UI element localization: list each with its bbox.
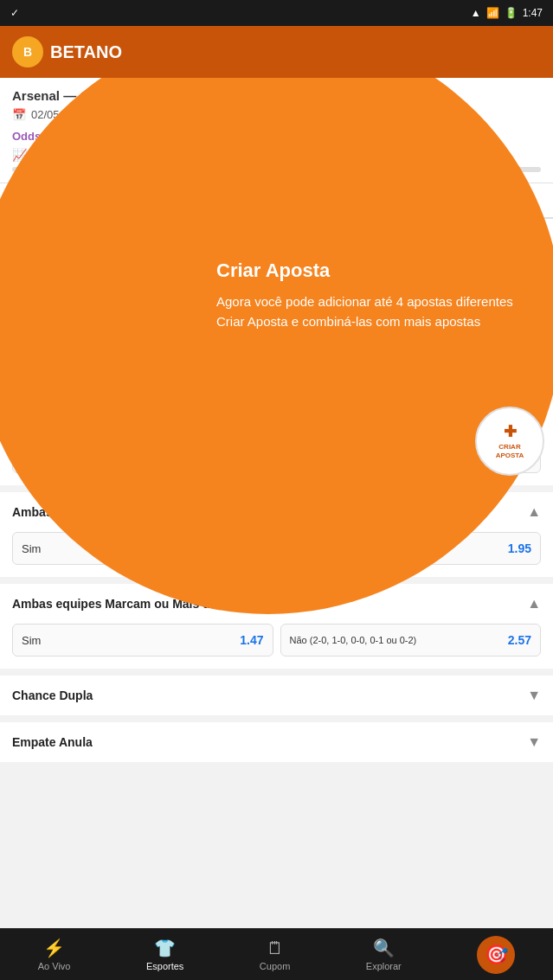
nav-casino[interactable]: 🎯 (477, 936, 515, 974)
section-title-empate-anula: Empate Anula (12, 735, 93, 749)
bet-row-final: 1 1.57 X 4.15 2 5.70 (12, 349, 541, 381)
section-header-resultado-final[interactable]: Resultado Final ▲ (0, 309, 553, 349)
tab-principais[interactable]: Principais (12, 183, 94, 217)
odds-sub: 📈 Total de Gols Mais/Menos, Cartões Acim… (12, 148, 541, 162)
section-resultado-so: Resultado Final SO 1 1.60 X (0, 219, 553, 302)
chevron-up-icon: ▲ (527, 321, 541, 336)
criar-aposta-button[interactable]: ✚ CRIARAPOSTA (475, 407, 544, 476)
insights-icon: 🔄 (110, 193, 124, 206)
match-title: Arsenal — Chelsea (12, 88, 541, 103)
bet-item-so-1[interactable]: 1 1.60 (12, 257, 273, 290)
bet-row-ambas: Sim 1.78 Não 1.95 (12, 532, 541, 565)
criar-aposta-label: CRIARAPOSTA (496, 443, 524, 459)
status-right: ▲ 📶 🔋 1:47 (471, 7, 543, 19)
chevron-down-icon-empate: ▼ (527, 734, 541, 750)
tab-1x2menos[interactable]: 1x2Menos (185, 183, 266, 217)
bet-item-final-2[interactable]: 2 5.70 (370, 349, 541, 381)
bet-item-mais-25[interactable]: Mais de 2.5 1.75 (12, 440, 273, 473)
section-resultado-final: Resultado Final ▲ 1 1.57 X 4.15 2 5.70 (0, 309, 553, 394)
section-title-chance-dupla: Chance Dupla (12, 689, 93, 702)
bet-row-so: 1 1.60 X (12, 257, 541, 290)
check-icon: ✓ (10, 7, 19, 19)
nav-ao-vivo[interactable]: ⚡ Ao Vivo (38, 938, 71, 971)
chevron-up-icon-ambas-mais: ▲ (527, 596, 541, 612)
tab-adicionais[interactable]: Adicionais (322, 183, 402, 217)
section-body-ambas-mais: Sim 1.47 Não (2-0, 1-0, 0-0, 0-1 ou 0-2)… (0, 624, 553, 669)
bet-item-nao-ambas-mais[interactable]: Não (2-0, 1-0, 0-0, 0-1 ou 0-2) 2.57 (280, 624, 542, 657)
section-total-gols: Total de Gols Mais/Menos ▲ Mais de 2.5 1… (0, 400, 553, 485)
section-ambas-mais: Ambas equipes Marcam ou Mais de 2.5 ▲ Si… (0, 584, 553, 669)
nav-esportes[interactable]: 👕 Esportes (146, 938, 183, 971)
section-header-ambas-marcam[interactable]: Ambas equipes Marcam ▲ (0, 492, 553, 532)
ao-vivo-icon: ⚡ (43, 938, 65, 958)
bet-row-ambas-mais: Sim 1.47 Não (2-0, 1-0, 0-0, 0-1 ou 0-2)… (12, 624, 541, 657)
esportes-icon: 👕 (154, 938, 176, 958)
match-date: 📅 02/05/2023 (12, 108, 541, 121)
section-header-empate-anula[interactable]: Empate Anula ▼ (0, 722, 553, 762)
chevron-down-icon-chance: ▼ (527, 688, 541, 703)
page-bottom (0, 769, 553, 829)
section-title-ambas-mais: Ambas equipes Marcam ou Mais de 2.5 (12, 597, 237, 611)
status-left: ✓ (10, 7, 19, 19)
bet-item-sim-ambas[interactable]: Sim 1.78 (12, 532, 273, 565)
section-header-resultado-so[interactable]: Resultado Final SO (0, 219, 553, 257)
bet-item-nao-ambas[interactable]: Não 1.95 (280, 532, 542, 565)
section-body-resultado-final: 1 1.57 X 4.15 2 5.70 (0, 349, 553, 394)
bet-item-so-x[interactable]: X (280, 258, 542, 290)
time-display: 1:47 (523, 7, 543, 19)
section-chance-dupla: Chance Dupla ▼ (0, 676, 553, 715)
nav-explorar[interactable]: 🔍 Explorar (366, 938, 402, 971)
tab-gols[interactable]: Gols (269, 183, 318, 217)
app-header: B BETANO (0, 26, 553, 78)
bet-item-sim-ambas-mais[interactable]: Sim 1.47 (12, 624, 273, 657)
section-header-total-gols[interactable]: Total de Gols Mais/Menos ▲ (0, 400, 553, 440)
nav-cupom[interactable]: 🗒 Cupom (260, 938, 290, 971)
odds-label: Odds Super Turbo (12, 130, 110, 143)
cupom-icon: 🗒 (267, 938, 284, 958)
odds-bar (12, 167, 541, 172)
main-content: Arsenal — Chelsea 📅 02/05/2023 Odds Supe… (0, 78, 553, 829)
section-body-resultado-so: 1 1.60 X (0, 257, 553, 302)
tabs-row: Principais 🔄 Insights 1x2Menos Gols Adic… (0, 183, 553, 219)
bet-item-final-x[interactable]: X 4.15 (190, 349, 362, 381)
section-body-ambas-marcam: Sim 1.78 Não 1.95 (0, 532, 553, 577)
calendar-icon: 📅 (12, 108, 26, 121)
section-empate-anula: Empate Anula ▼ (0, 722, 553, 762)
logo: B BETANO (12, 36, 122, 67)
chevron-up-icon-ambas: ▲ (527, 504, 541, 520)
bottom-nav: ⚡ Ao Vivo 👕 Esportes 🗒 Cupom 🔍 Explorar … (0, 928, 553, 980)
match-card: Arsenal — Chelsea 📅 02/05/2023 Odds Supe… (0, 78, 553, 183)
bet-item-final-1[interactable]: 1 1.57 (12, 349, 183, 381)
section-title-resultado-final: Resultado Final (12, 322, 102, 336)
section-header-ambas-mais[interactable]: Ambas equipes Marcam ou Mais de 2.5 ▲ (0, 584, 553, 624)
section-title-total-gols: Total de Gols Mais/Menos (12, 413, 160, 427)
bet-row-gols: Mais de 2.5 1.75 Menos de 2.5 2.10 (12, 440, 541, 473)
logo-text: BETANO (50, 42, 122, 62)
section-header-chance-dupla[interactable]: Chance Dupla ▼ (0, 676, 553, 715)
section-title-resultado-so: Resultado Final SO (12, 231, 123, 245)
section-body-total-gols: Mais de 2.5 1.75 Menos de 2.5 2.10 (0, 440, 553, 485)
tab-insights[interactable]: 🔄 Insights (98, 183, 182, 217)
betting-sections: Resultado Final SO 1 1.60 X Resultado Fi… (0, 219, 553, 829)
odds-super-turbo: Odds Super Turbo (12, 130, 541, 143)
wifi-icon: ▲ (471, 7, 481, 19)
section-ambas-marcam: Ambas equipes Marcam ▲ Sim 1.78 Não 1.95 (0, 492, 553, 577)
section-title-ambas-marcam: Ambas equipes Marcam (12, 505, 151, 519)
explorar-icon: 🔍 (373, 938, 395, 958)
casino-icon: 🎯 (477, 936, 515, 974)
battery-icon: 🔋 (505, 7, 518, 19)
status-bar: ✓ ▲ 📶 🔋 1:47 (0, 0, 553, 26)
trend-icon: 📈 (12, 148, 27, 162)
criar-aposta-icon: ✚ (504, 423, 517, 442)
signal-icon: 📶 (486, 7, 499, 19)
logo-icon: B (12, 36, 43, 67)
